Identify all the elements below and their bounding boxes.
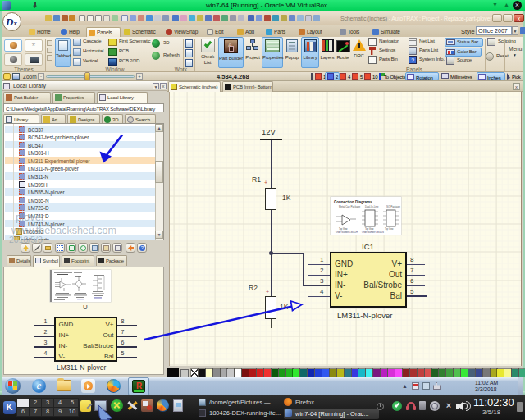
svg-text:Dual-In-Line: Dual-In-Line	[365, 205, 379, 208]
svg-text:SO Package: SO Package	[386, 205, 400, 208]
svg-text:Order Number LM311N: Order Number LM311N	[362, 231, 384, 234]
svg-text:Top View: Top View	[365, 227, 374, 231]
svg-text:Top View: Top View	[385, 227, 394, 231]
svg-text:Connection Diagrams: Connection Diagrams	[334, 200, 372, 204]
svg-text:Metal Can Package: Metal Can Package	[339, 205, 361, 208]
svg-text:Order Number LM311H: Order Number LM311H	[336, 231, 358, 234]
svg-text:Top View: Top View	[339, 227, 348, 231]
